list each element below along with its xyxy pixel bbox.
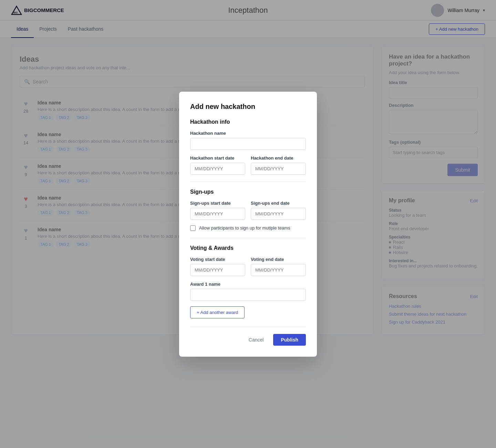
voting-end-date-field: Voting end date [251,257,306,276]
hackathon-end-date-label: Hackathon end date [251,155,306,161]
hackathon-name-field: Hackathon name [190,131,306,150]
signups-end-date-field: Sign-ups end date [251,201,306,220]
divider-2 [190,238,306,238]
voting-start-date-input[interactable] [190,264,245,276]
divider-1 [190,182,306,182]
signups-section-title: Sign-ups [190,189,306,195]
hackathon-start-date-field: Hackathon start date [190,155,245,175]
hackathon-name-label: Hackathon name [190,131,306,136]
signups-start-date-input[interactable] [190,208,245,220]
hackathon-start-date-input[interactable] [190,163,245,175]
add-award-button[interactable]: + Add another award [190,306,245,318]
allow-multiple-checkbox[interactable] [190,225,196,231]
signups-dates-row: Sign-ups start date Sign-ups end date [190,201,306,220]
signups-end-date-input[interactable] [251,208,306,220]
signups-start-date-label: Sign-ups start date [190,201,245,206]
voting-dates-row: Voting start date Voting end date [190,257,306,276]
hackathon-info-section-title: Hackathon info [190,119,306,125]
add-hackathon-modal: Add new hackathon Hackathon info Hackath… [179,92,317,343]
voting-end-date-label: Voting end date [251,257,306,262]
modal-overlay: Add new hackathon Hackathon info Hackath… [0,0,496,343]
voting-section-title: Voting & Awards [190,245,306,251]
modal-footer: Cancel Publish [190,327,306,343]
award1-input[interactable] [190,289,306,301]
allow-multiple-label: Allow participants to sign up for mutipl… [199,225,290,231]
award1-field: Award 1 name [190,282,306,301]
voting-start-date-field: Voting start date [190,257,245,276]
hackathon-name-input[interactable] [190,138,306,150]
modal-title: Add new hackathon [190,103,306,111]
hackathon-end-date-input[interactable] [251,163,306,175]
hackathon-dates-row: Hackathon start date Hackathon end date [190,155,306,175]
signups-start-date-field: Sign-ups start date [190,201,245,220]
hackathon-end-date-field: Hackathon end date [251,155,306,175]
voting-start-date-label: Voting start date [190,257,245,262]
allow-multiple-teams-row: Allow participants to sign up for mutipl… [190,225,306,231]
cancel-button[interactable]: Cancel [243,334,269,343]
signups-end-date-label: Sign-ups end date [251,201,306,206]
voting-end-date-input[interactable] [251,264,306,276]
award1-label: Award 1 name [190,282,306,287]
publish-button[interactable]: Publish [273,334,306,343]
hackathon-start-date-label: Hackathon start date [190,155,245,161]
